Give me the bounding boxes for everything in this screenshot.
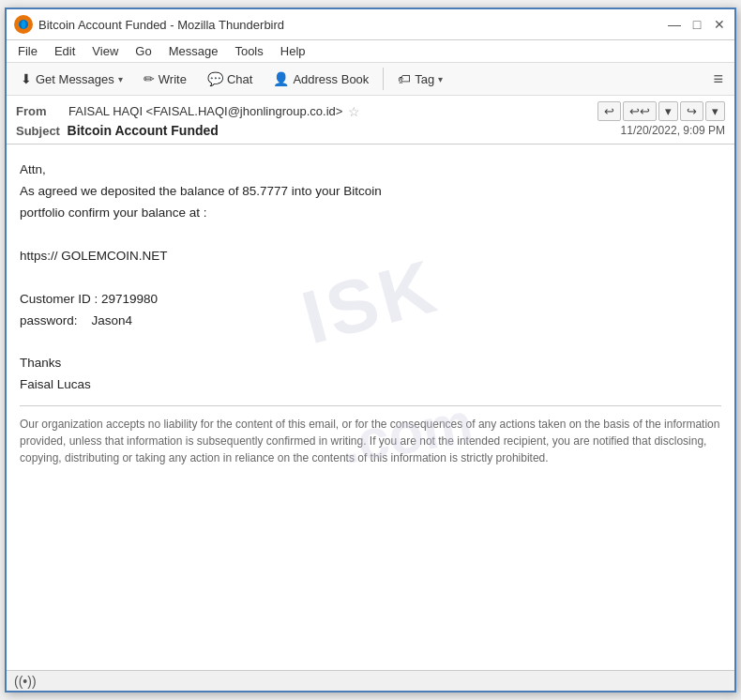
address-book-label: Address Book bbox=[293, 72, 369, 86]
chat-button[interactable]: 💬 Chat bbox=[199, 67, 261, 91]
menu-message[interactable]: Message bbox=[161, 42, 226, 60]
toolbar: ⬇ Get Messages ▾ ✏ Write 💬 Chat 👤 Addres… bbox=[7, 63, 734, 96]
title-bar: Bitcoin Account Funded - Mozilla Thunder… bbox=[7, 9, 734, 40]
email-content: Attn, As agreed we deposited the balance… bbox=[20, 160, 721, 396]
from-label: From bbox=[16, 104, 63, 118]
reply-button[interactable]: ↩ bbox=[597, 101, 621, 121]
forward-dropdown-button[interactable]: ▾ bbox=[705, 101, 725, 121]
menu-bar: File Edit View Go Message Tools Help bbox=[7, 40, 734, 63]
tag-icon: 🏷 bbox=[398, 71, 411, 86]
write-label: Write bbox=[159, 72, 187, 86]
email-body: ISK .com Attn, As agreed we deposited th… bbox=[7, 145, 734, 670]
from-left: From FAISAL HAQI <FAISAL.HAQI@jhonlingro… bbox=[16, 104, 360, 119]
address-book-button[interactable]: 👤 Address Book bbox=[265, 67, 377, 91]
address-book-icon: 👤 bbox=[273, 71, 289, 86]
email-nav-buttons: ↩ ↩↩ ▾ ↪ ▾ bbox=[597, 101, 725, 121]
tag-label: Tag bbox=[415, 72, 434, 86]
forward-button[interactable]: ↪ bbox=[680, 101, 703, 121]
reply-all-button[interactable]: ↩↩ bbox=[623, 101, 657, 121]
subject-value: Bitcoin Account Funded bbox=[68, 123, 219, 138]
thunderbird-window: Bitcoin Account Funded - Mozilla Thunder… bbox=[5, 8, 736, 692]
subject-area: Subject Bitcoin Account Funded bbox=[16, 123, 219, 138]
subject-row: Subject Bitcoin Account Funded 11/20/202… bbox=[16, 123, 725, 138]
menu-go[interactable]: Go bbox=[128, 42, 159, 60]
email-header: From FAISAL HAQI <FAISAL.HAQI@jhonlingro… bbox=[7, 96, 734, 145]
email-date: 11/20/2022, 9:09 PM bbox=[621, 124, 725, 137]
tag-button[interactable]: 🏷 Tag ▾ bbox=[389, 67, 451, 91]
menu-edit[interactable]: Edit bbox=[47, 42, 83, 60]
maximize-button[interactable]: □ bbox=[689, 17, 704, 32]
toolbar-separator bbox=[383, 68, 384, 90]
menu-view[interactable]: View bbox=[84, 42, 126, 60]
menu-help[interactable]: Help bbox=[273, 42, 313, 60]
connection-icon: ((•)) bbox=[14, 674, 37, 689]
disclaimer-text: Our organization accepts no liability fo… bbox=[20, 416, 721, 466]
get-messages-button[interactable]: ⬇ Get Messages ▾ bbox=[12, 67, 131, 91]
from-value: FAISAL HAQI <FAISAL.HAQI@jhonlingroup.co… bbox=[68, 104, 342, 118]
minimize-button[interactable]: — bbox=[667, 17, 682, 32]
menu-tools[interactable]: Tools bbox=[227, 42, 270, 60]
window-title: Bitcoin Account Funded - Mozilla Thunder… bbox=[38, 18, 284, 32]
chat-icon: 💬 bbox=[207, 71, 223, 86]
close-button[interactable]: ✕ bbox=[712, 17, 727, 32]
get-messages-dropdown-icon: ▾ bbox=[118, 74, 123, 84]
from-row: From FAISAL HAQI <FAISAL.HAQI@jhonlingro… bbox=[16, 101, 725, 121]
hamburger-button[interactable]: ≡ bbox=[707, 68, 729, 91]
tag-dropdown-icon: ▾ bbox=[438, 74, 443, 84]
write-button[interactable]: ✏ Write bbox=[135, 67, 195, 91]
write-icon: ✏ bbox=[144, 71, 155, 86]
subject-label: Subject bbox=[16, 124, 60, 138]
menu-file[interactable]: File bbox=[10, 42, 45, 60]
title-bar-left: Bitcoin Account Funded - Mozilla Thunder… bbox=[14, 15, 284, 34]
chat-label: Chat bbox=[227, 72, 252, 86]
thunderbird-logo bbox=[14, 15, 33, 34]
nav-dropdown-button[interactable]: ▾ bbox=[658, 101, 678, 121]
get-messages-label: Get Messages bbox=[36, 72, 114, 86]
get-messages-icon: ⬇ bbox=[21, 71, 32, 86]
status-bar: ((•)) bbox=[7, 670, 734, 691]
window-controls: — □ ✕ bbox=[667, 17, 727, 32]
star-icon[interactable]: ☆ bbox=[348, 104, 360, 119]
divider bbox=[20, 405, 721, 406]
